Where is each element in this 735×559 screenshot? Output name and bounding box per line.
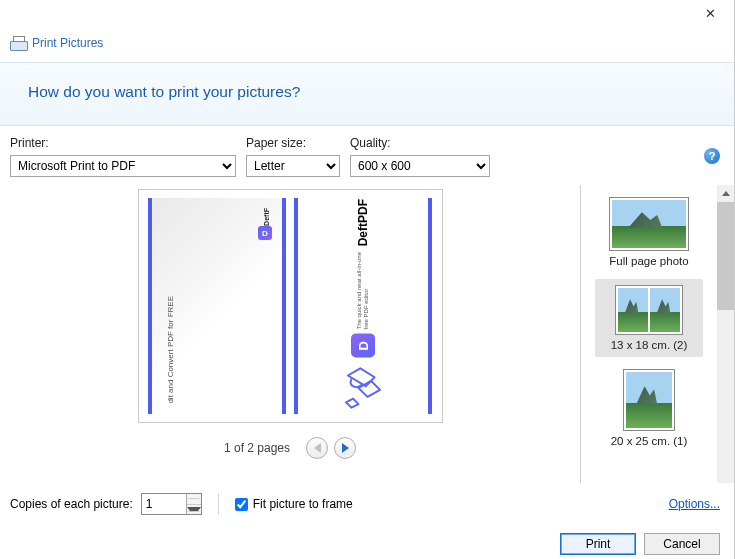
layout-item-13x18-2[interactable]: 13 x 18 cm. (2) [595,279,703,357]
brand-tagline-2: free PDF editor [363,252,370,329]
banner-heading: How do you want to print your pictures? [28,83,724,101]
print-button[interactable]: Print [560,533,636,555]
page-status: 1 of 2 pages [224,441,290,455]
brand-small-text: DeftF [263,208,270,226]
prev-page-button[interactable] [306,437,328,459]
copies-input[interactable] [142,494,186,514]
paper-size-label: Paper size: [246,136,340,150]
copies-down-button[interactable] [187,505,201,515]
layout-label: 13 x 18 cm. (2) [611,339,688,351]
copies-spinner[interactable] [141,493,202,515]
printer-icon [10,36,26,50]
window-title: Print Pictures [32,36,103,50]
preview-right-half: DeftPDF D The quick and neat all-in-one … [294,198,432,414]
close-button[interactable]: ✕ [697,4,724,23]
copies-up-button[interactable] [187,494,201,505]
banner: How do you want to print your pictures? [0,62,734,126]
printer-label: Printer: [10,136,236,150]
brand-title: DeftPDF [356,199,370,246]
brand-badge-icon: D [351,333,375,357]
fit-to-frame-label: Fit picture to frame [253,497,353,511]
printer-select[interactable]: Microsoft Print to PDF [10,155,236,177]
scroll-thumb[interactable] [717,202,734,310]
options-link[interactable]: Options... [669,497,720,511]
brand-badge-small-icon: D [258,226,272,240]
preview-pane: DeftF D dit and Convert PDF for FREE Def… [0,185,581,483]
layout-label: Full page photo [609,255,688,267]
layout-item-20x25-1[interactable]: 20 x 25 cm. (1) [595,363,703,453]
quality-label: Quality: [350,136,490,150]
next-page-button[interactable] [334,437,356,459]
copies-label: Copies of each picture: [10,497,133,511]
divider [218,493,219,515]
brand-tagline-1: The quick and neat all-in-one [356,252,363,329]
cancel-button[interactable]: Cancel [644,533,720,555]
title-row: Print Pictures [0,28,734,62]
preview-left-half: DeftF D dit and Convert PDF for FREE [148,198,286,414]
layout-panel: Full page photo 13 x 18 cm. (2) 20 x 25 … [581,185,717,483]
quality-select[interactable]: 600 x 600 [350,155,490,177]
layout-item-full-page[interactable]: Full page photo [595,191,703,273]
paper-size-select[interactable]: Letter [246,155,340,177]
page-preview: DeftF D dit and Convert PDF for FREE Def… [138,189,443,423]
left-side-text: dit and Convert PDF for FREE [166,296,175,404]
fit-to-frame-checkbox[interactable] [235,498,248,511]
help-icon[interactable]: ? [704,148,720,164]
layout-label: 20 x 25 cm. (1) [611,435,688,447]
layout-scrollbar[interactable] [717,185,734,483]
scroll-up-button[interactable] [717,185,734,202]
squiggle-icon [340,363,386,413]
